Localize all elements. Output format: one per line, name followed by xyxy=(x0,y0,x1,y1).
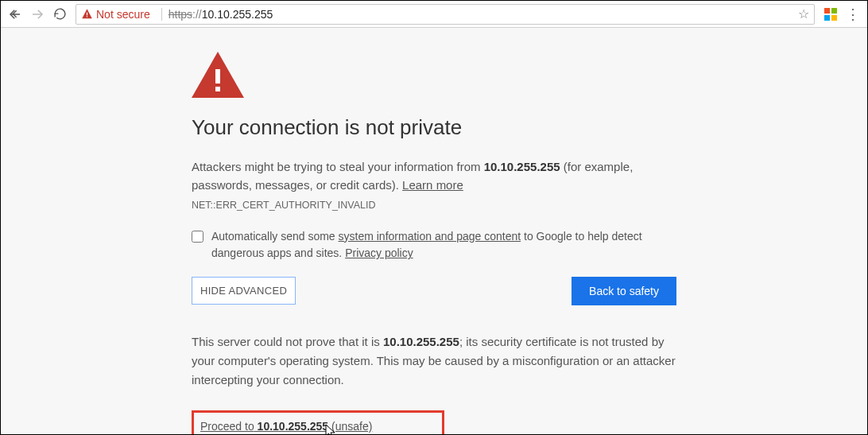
proceed-prefix: Proceed to xyxy=(200,420,254,433)
advanced-paragraph: This server could not prove that it is 1… xyxy=(192,332,676,390)
privacy-policy-link[interactable]: Privacy policy xyxy=(345,247,413,259)
chip-divider xyxy=(161,8,162,21)
reload-button[interactable] xyxy=(48,3,71,25)
warning-triangle-icon xyxy=(81,8,93,20)
windows-icon[interactable] xyxy=(820,3,842,25)
svg-rect-4 xyxy=(87,16,87,17)
svg-rect-9 xyxy=(215,69,220,84)
proceed-unsafe-link[interactable]: Proceed to 10.10.255.255 (unsafe) xyxy=(200,420,372,433)
optin-row: Automatically send some system informati… xyxy=(192,228,676,262)
optin-checkbox[interactable] xyxy=(192,231,203,243)
optin-text: Automatically send some system informati… xyxy=(211,228,676,262)
adv-prefix: This server could not prove that it is xyxy=(192,335,380,348)
back-button[interactable] xyxy=(4,3,26,25)
back-to-safety-button[interactable]: Back to safety xyxy=(572,277,676,305)
error-code: NET::ERR_CERT_AUTHORITY_INVALID xyxy=(192,200,676,211)
adv-host: 10.10.255.255 xyxy=(380,335,459,348)
not-secure-label: Not secure xyxy=(96,8,150,21)
attack-paragraph: Attackers might be trying to steal your … xyxy=(192,157,676,195)
warning-large-icon xyxy=(192,52,676,101)
url-host: 10.10.255.255 xyxy=(202,8,273,21)
url-separator: :// xyxy=(192,8,202,21)
learn-more-link[interactable]: Learn more xyxy=(402,178,463,192)
proceed-suffix: (unsafe) xyxy=(331,420,372,433)
optin-prefix: Automatically send some xyxy=(211,230,339,243)
button-row: HIDE ADVANCED Back to safety xyxy=(192,277,676,305)
svg-rect-7 xyxy=(824,15,830,21)
forward-button[interactable] xyxy=(26,3,48,25)
svg-rect-8 xyxy=(831,15,837,21)
proceed-host: 10.10.255.255 xyxy=(254,420,331,433)
browser-menu-button[interactable]: ⋮ xyxy=(842,3,864,25)
attack-host: 10.10.255.255 xyxy=(484,160,560,173)
url-scheme: https xyxy=(169,8,192,21)
attack-text-prefix: Attackers might be trying to steal your … xyxy=(192,160,484,173)
security-chip[interactable]: Not secure xyxy=(81,8,150,21)
svg-rect-10 xyxy=(215,87,220,91)
svg-rect-3 xyxy=(87,13,87,16)
system-info-link[interactable]: system information and page content xyxy=(339,230,521,243)
bookmark-star-icon[interactable]: ☆ xyxy=(798,6,809,21)
browser-toolbar: Not secure https://10.10.255.255 ☆ ⋮ xyxy=(1,1,867,28)
hide-advanced-button[interactable]: HIDE ADVANCED xyxy=(192,277,296,305)
address-bar[interactable]: Not secure https://10.10.255.255 ☆ xyxy=(76,4,815,25)
page-body: Your connection is not private Attackers… xyxy=(1,28,867,434)
proceed-highlight-box: Proceed to 10.10.255.255 (unsafe) xyxy=(192,410,444,434)
ssl-interstitial: Your connection is not private Attackers… xyxy=(192,28,676,434)
svg-rect-6 xyxy=(831,8,837,14)
page-heading: Your connection is not private xyxy=(192,115,676,140)
svg-rect-5 xyxy=(824,8,830,14)
